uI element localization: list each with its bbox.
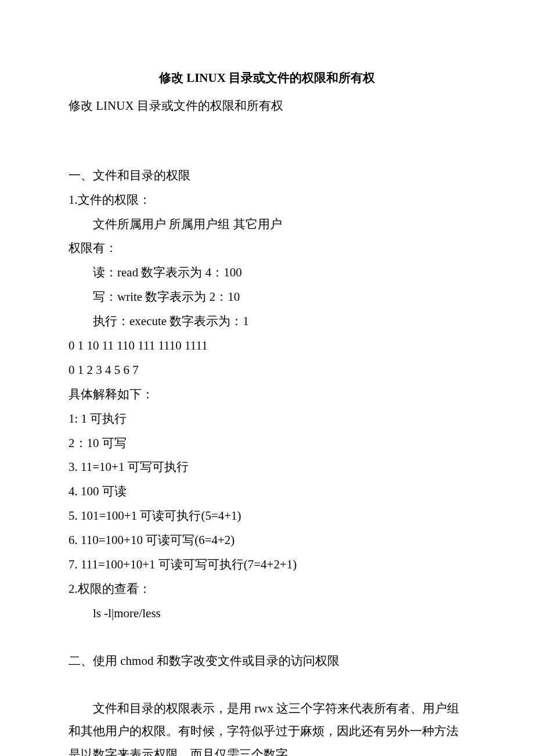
text-line: 0 1 2 3 4 5 6 7 bbox=[68, 359, 466, 382]
section-1-sub2: 2.权限的查看： bbox=[68, 578, 466, 601]
section-1-sub1: 1.文件的权限： bbox=[68, 189, 466, 212]
text-line: ls -l|more/less bbox=[68, 602, 466, 625]
section-2-heading: 二、使用 chmod 和数字改变文件或目录的访问权限 bbox=[68, 650, 466, 673]
text-line: 5. 101=100+1 可读可执行(5=4+1) bbox=[68, 505, 466, 528]
text-line: 4. 100 可读 bbox=[68, 480, 466, 503]
spacer bbox=[68, 674, 466, 697]
text-line: 2：10 可写 bbox=[68, 432, 466, 455]
text-line: 执行：execute 数字表示为：1 bbox=[68, 310, 466, 333]
document-subtitle: 修改 LINUX 目录或文件的权限和所有权 bbox=[68, 95, 466, 118]
spacer bbox=[68, 627, 466, 650]
text-line: 0 1 10 11 110 111 1110 1111 bbox=[68, 334, 466, 358]
text-line: 6. 110=100+10 可读可写(6=4+2) bbox=[68, 529, 466, 552]
section-1-heading: 一、文件和目录的权限 bbox=[68, 164, 466, 188]
text-line: 权限有： bbox=[68, 237, 466, 260]
text-line: 文件所属用户 所属用户组 其它用户 bbox=[68, 213, 466, 236]
text-line: 具体解释如下： bbox=[68, 383, 466, 406]
document-title: 修改 LINUX 目录或文件的权限和所有权 bbox=[68, 67, 466, 90]
text-line: 7. 111=100+10+1 可读可写可执行(7=4+2+1) bbox=[68, 553, 466, 577]
text-line: 3. 11=10+1 可写可执行 bbox=[68, 456, 466, 479]
spacer bbox=[68, 119, 466, 164]
text-line: 写：write 数字表示为 2：10 bbox=[68, 286, 466, 309]
text-line: 1: 1 可执行 bbox=[68, 408, 466, 431]
section-2-paragraph: 文件和目录的权限表示，是用 rwx 这三个字符来代表所有者、用户组和其他用户的权… bbox=[68, 697, 466, 756]
text-line: 读：read 数字表示为 4：100 bbox=[68, 261, 466, 285]
